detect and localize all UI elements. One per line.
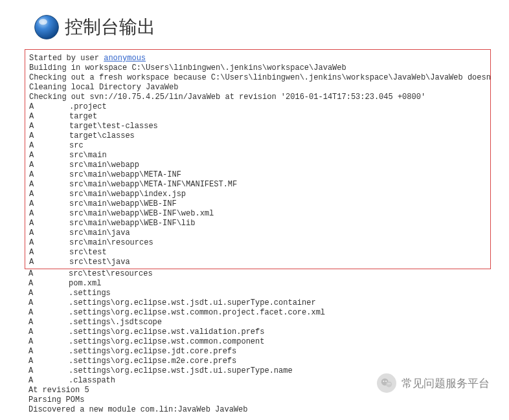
parsing-line: Parsing POMs xyxy=(28,395,84,404)
file-list-a: A.project Atarget Atarget\test-classes A… xyxy=(29,102,237,267)
svg-point-3 xyxy=(386,381,392,387)
page-header: 控制台输出 xyxy=(0,0,509,49)
console-text-inside: Started by user anonymous Building in wo… xyxy=(29,54,486,267)
building-line: Building in workspace C:\Users\linbingwe… xyxy=(29,63,346,72)
svg-point-1 xyxy=(39,19,47,25)
checking-fresh-line: Checking out a fresh workspace because C… xyxy=(29,73,491,82)
watermark-text: 常见问题服务平台 xyxy=(402,376,490,391)
svg-point-6 xyxy=(388,383,389,384)
console-text-overflow: Asrc\test\resources Apom.xml A.settings … xyxy=(25,269,491,415)
watermark: 常见问题服务平台 xyxy=(377,373,490,393)
svg-point-0 xyxy=(35,16,59,39)
svg-point-7 xyxy=(389,383,390,384)
svg-point-4 xyxy=(383,381,385,382)
console-output-box: Started by user anonymous Building in wo… xyxy=(25,49,491,269)
blue-orb-icon xyxy=(32,13,61,41)
file-list-b: Asrc\test\resources Apom.xml A.settings … xyxy=(28,269,325,385)
user-link[interactable]: anonymous xyxy=(104,54,146,63)
discovered-line: Discovered a new module com.lin:JavaWeb … xyxy=(28,405,247,414)
svg-point-5 xyxy=(385,381,387,382)
wechat-icon xyxy=(377,373,396,393)
page-title: 控制台输出 xyxy=(65,15,155,39)
checking-out-line: Checking out svn://10.75.4.25/lin/JavaWe… xyxy=(29,93,425,102)
at-revision-line: At revision 5 xyxy=(28,386,89,395)
started-by-text: Started by user xyxy=(29,54,104,63)
cleaning-line: Cleaning local Directory JavaWeb xyxy=(29,83,178,92)
